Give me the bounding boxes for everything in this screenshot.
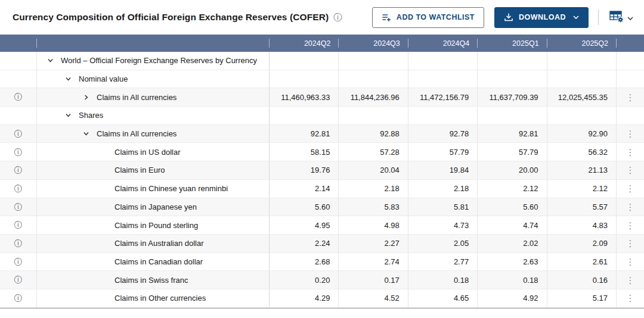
download-label: DOWNLOAD (519, 13, 566, 21)
row-info-cell: ⓘ (0, 88, 37, 106)
row-label-cell: Claims in Australian dollar (37, 235, 270, 252)
info-icon[interactable]: ⓘ (14, 93, 23, 101)
value-cell: 57.79 (408, 143, 478, 161)
row-label-cell: Claims in US dollar (37, 143, 270, 161)
chevron-down-icon[interactable] (48, 58, 61, 63)
info-icon[interactable]: ⓘ (14, 203, 23, 211)
info-icon[interactable]: ⓘ (14, 239, 23, 248)
kebab-menu-icon[interactable]: ⋮ (626, 221, 635, 230)
row-label-cell: Nominal value (37, 70, 270, 88)
row-label: Claims in Other currencies (114, 294, 206, 303)
info-icon[interactable]: ⓘ (14, 294, 23, 303)
kebab-menu-icon[interactable]: ⋮ (626, 93, 635, 102)
kebab-menu-icon[interactable]: ⋮ (626, 202, 635, 211)
value-cell: 92.78 (408, 125, 478, 143)
table-settings-chevron-down-icon (627, 12, 633, 23)
table-row: ⓘ World – Official Foreign Exchange Rese… (0, 52, 644, 70)
value-cell: 2.12 (478, 180, 547, 198)
row-label-cell: Claims in Canadian dollar (37, 253, 270, 271)
row-label-cell: Claims in Pound sterling (37, 216, 270, 234)
info-icon[interactable]: ⓘ (14, 148, 23, 157)
row-label-cell: Claims in All currencies (37, 125, 270, 143)
value-cell: 92.81 (270, 125, 339, 143)
row-menu-cell: ⋮ (617, 180, 644, 198)
info-icon[interactable]: ⓘ (14, 276, 23, 284)
row-label: Claims in Australian dollar (114, 239, 204, 248)
value-cell: 4.65 (408, 289, 478, 307)
row-label: Nominal value (79, 74, 128, 83)
value-cell: 19.84 (408, 161, 478, 179)
row-label-cell: World – Official Foreign Exchange Reserv… (37, 52, 270, 70)
kebab-menu-icon[interactable]: ⋮ (626, 184, 635, 193)
row-menu-cell: ⋮ (617, 70, 644, 88)
kebab-menu-icon[interactable]: ⋮ (626, 257, 635, 266)
value-cell: 11,460,963.33 (270, 88, 339, 106)
info-icon[interactable]: ⓘ (14, 258, 23, 266)
value-cell: 5.60 (270, 198, 339, 216)
row-label-cell: Shares (37, 107, 270, 124)
info-icon[interactable]: ⓘ (14, 166, 23, 174)
row-label: Claims in Chinese yuan renminbi (114, 184, 228, 193)
chevron-down-icon[interactable] (83, 131, 97, 136)
row-info-cell: ⓘ (0, 198, 37, 216)
title-info-icon[interactable]: ⓘ (333, 13, 342, 21)
value-cell: 11,472,156.79 (408, 88, 478, 106)
value-cell: 5.83 (339, 198, 408, 216)
kebab-menu-icon[interactable]: ⋮ (626, 276, 635, 285)
chevron-down-icon[interactable] (66, 113, 79, 118)
kebab-menu-icon[interactable]: ⋮ (626, 148, 635, 157)
row-menu-cell: ⋮ (617, 107, 644, 124)
row-menu-cell: ⋮ (617, 161, 644, 179)
row-label: World – Official Foreign Exchange Reserv… (61, 56, 257, 65)
kebab-menu-icon[interactable]: ⋮ (626, 166, 635, 174)
table-row: ⓘ Claims in Pound sterling 4.95 4.98 4.7… (0, 216, 644, 235)
info-icon[interactable]: ⓘ (14, 130, 23, 138)
column-header: 2025Q1 (478, 35, 547, 52)
value-cell: 21.13 (547, 161, 617, 179)
kebab-menu-icon[interactable]: ⋮ (626, 239, 635, 248)
value-cell: 4.52 (339, 289, 408, 307)
column-header: 2024Q3 (339, 35, 408, 52)
info-icon[interactable]: ⓘ (14, 221, 23, 229)
table-row: ⓘ Claims in Canadian dollar 2.68 2.74 2.… (0, 253, 644, 272)
table-settings-button[interactable] (608, 9, 634, 26)
row-info-cell: ⓘ (0, 180, 37, 198)
value-cell (478, 70, 547, 88)
value-cell: 4.95 (270, 216, 339, 234)
row-info-cell: ⓘ (0, 235, 37, 252)
value-cell (408, 52, 478, 70)
value-cell: 92.88 (339, 125, 408, 143)
table-row: ⓘ Claims in Australian dollar 2.24 2.27 … (0, 235, 644, 253)
value-cell: 56.32 (547, 143, 617, 161)
add-to-watchlist-button[interactable]: ADD TO WATCHLIST (372, 7, 484, 28)
table-row: ⓘ Claims in Other currencies 4.29 4.52 4… (0, 289, 644, 308)
value-cell (408, 107, 478, 124)
chevron-right-icon[interactable] (83, 95, 97, 100)
table-row: ⓘ Claims in All currencies 11,460,963.33… (0, 88, 644, 107)
kebab-menu-icon[interactable]: ⋮ (626, 129, 635, 138)
info-icon[interactable]: ⓘ (14, 185, 23, 193)
value-cell (270, 70, 339, 88)
download-button[interactable]: DOWNLOAD (494, 7, 589, 28)
chevron-down-icon[interactable] (66, 76, 79, 82)
row-label-cell: Claims in Other currencies (37, 289, 270, 307)
value-cell: 2.68 (270, 253, 339, 271)
row-menu-cell: ⋮ (617, 52, 644, 70)
value-cell: 2.14 (270, 180, 339, 198)
toolbar-actions: ADD TO WATCHLIST DOWNLOAD (372, 7, 634, 28)
row-menu-cell: ⋮ (617, 198, 644, 216)
kebab-menu-icon[interactable]: ⋮ (626, 294, 635, 303)
value-cell: 4.29 (270, 289, 339, 307)
cofer-table: 2024Q22024Q32024Q42025Q12025Q2 ⓘ World –… (0, 35, 644, 308)
row-info-cell: ⓘ (0, 125, 37, 143)
row-info-cell: ⓘ (0, 70, 37, 88)
value-cell (547, 70, 617, 88)
value-cell: 4.83 (547, 216, 617, 234)
row-info-cell: ⓘ (0, 271, 37, 289)
row-info-cell: ⓘ (0, 253, 37, 271)
value-cell: 5.81 (408, 198, 478, 216)
row-info-cell: ⓘ (0, 216, 37, 234)
row-menu-cell: ⋮ (617, 143, 644, 161)
value-cell: 0.20 (270, 271, 339, 289)
value-cell (270, 107, 339, 124)
